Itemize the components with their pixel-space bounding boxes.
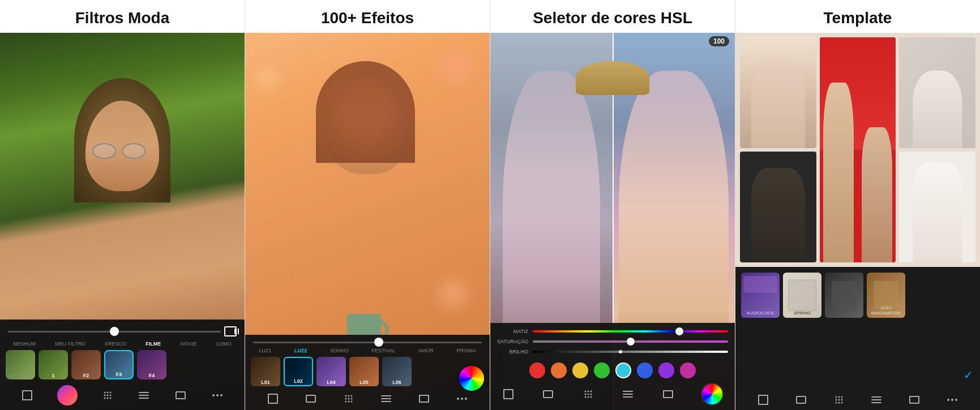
panel-title-hsl: Seletor de cores HSL: [490, 0, 735, 33]
hsl-frame-icon[interactable]: [661, 387, 675, 401]
tpl-more-icon[interactable]: [945, 393, 959, 407]
template-card-1[interactable]: [740, 37, 816, 148]
filter-label-meufiltro[interactable]: MEU FILTRO: [55, 341, 85, 347]
efeitos-grid-icon[interactable]: [342, 392, 356, 405]
hsl-adjust-icon[interactable]: [621, 387, 635, 401]
color-dot-blue[interactable]: [637, 362, 653, 378]
filter-thumbs-row: NENHUM 1 F2 F3 F4: [0, 348, 245, 382]
hsl-sat-track[interactable]: [533, 340, 728, 343]
effect-label-prisma[interactable]: PRISMA: [456, 348, 476, 353]
tpl-grid-icon[interactable]: [832, 393, 846, 407]
efeitos-screen: LUZ1 LUZ2 SONHO FESTIVAL AMOR PRISMA L01…: [245, 33, 490, 410]
svg-point-8: [109, 398, 111, 399]
hsl-crop-icon[interactable]: [502, 387, 515, 401]
svg-point-28: [838, 396, 840, 398]
efeitos-adjust-icon[interactable]: [379, 392, 393, 405]
filtros-slider-track[interactable]: [8, 331, 221, 333]
efeitos-slider-track[interactable]: [253, 342, 482, 343]
template-card-center[interactable]: [820, 37, 896, 262]
color-dot-magenta[interactable]: [680, 362, 696, 378]
color-dot-green[interactable]: [594, 362, 610, 378]
template-card-5[interactable]: [899, 152, 975, 262]
svg-point-27: [835, 396, 837, 398]
effect-thumb-l01[interactable]: L01: [251, 357, 280, 386]
efeitos-frame-icon[interactable]: [417, 392, 431, 405]
efeitos-crop-icon[interactable]: [266, 392, 280, 405]
more-icon[interactable]: [211, 389, 224, 402]
svg-point-11: [350, 395, 352, 397]
color-dot-orange[interactable]: [551, 362, 567, 378]
svg-point-17: [350, 401, 352, 403]
crop-icon[interactable]: [20, 389, 34, 402]
filter-thumb-f4[interactable]: F4: [137, 350, 166, 379]
effect-thumb-l04[interactable]: L04: [316, 357, 346, 386]
compare-icon[interactable]: [224, 326, 237, 336]
hsl-color-wheel[interactable]: [701, 383, 724, 405]
filter-thumb-f3[interactable]: F3: [104, 350, 134, 379]
efeitos-image-icon[interactable]: [304, 392, 318, 405]
svg-point-1: [106, 392, 108, 394]
template-card-dark[interactable]: [740, 152, 816, 262]
template-thumbs-row: AUDIOCOCK SPRING JUST IMAGINATION: [735, 267, 980, 391]
grid-icon[interactable]: [101, 389, 114, 402]
hsl-brilho-thumb[interactable]: [619, 350, 622, 353]
app-logo-icon[interactable]: [57, 385, 78, 405]
template-thumb-4[interactable]: JUST IMAGINATION: [867, 273, 905, 318]
effect-label-festival[interactable]: FESTIVAL: [371, 348, 395, 353]
hsl-sat-thumb[interactable]: [627, 338, 635, 346]
efeitos-more-icon[interactable]: [455, 392, 469, 405]
hsl-brilho-row: BRILHO: [497, 349, 728, 355]
checkmark-button[interactable]: ✓: [964, 368, 973, 382]
filter-label-filme[interactable]: FILME: [145, 341, 161, 347]
effect-thumbs-row: L01 L02 L04 L05 L06: [245, 355, 490, 389]
svg-point-10: [348, 395, 349, 397]
filter-label-movie[interactable]: MOVIE: [181, 341, 197, 347]
filter-label-fresco[interactable]: FRESCO: [105, 341, 126, 347]
effect-label-luz1[interactable]: LUZ1: [259, 348, 271, 353]
template-card-3[interactable]: [899, 37, 975, 148]
effect-thumb-l06[interactable]: L06: [382, 357, 412, 386]
effect-thumb-l05[interactable]: L05: [349, 357, 379, 386]
hsl-image-icon[interactable]: [541, 387, 555, 401]
color-dot-red[interactable]: [529, 362, 545, 378]
svg-point-25: [587, 396, 589, 398]
frame-icon[interactable]: [174, 389, 187, 402]
effect-thumb-l02[interactable]: L02: [284, 357, 313, 386]
svg-point-5: [109, 395, 111, 396]
filtros-slider-thumb[interactable]: [110, 327, 119, 336]
effect-label-l06: L06: [382, 379, 412, 385]
main-container: Filtros Moda: [0, 0, 980, 410]
template-thumb-1[interactable]: AUDIOCOCK: [741, 273, 780, 318]
filter-thumb-f3-label: F3: [105, 372, 132, 377]
template-thumb-2[interactable]: SPRING: [783, 273, 821, 318]
tpl-image-icon[interactable]: [794, 393, 808, 407]
filter-label-nenhum[interactable]: NENHUM: [13, 341, 36, 347]
effect-labels-row: LUZ1 LUZ2 SONHO FESTIVAL AMOR PRISMA: [245, 346, 490, 355]
filter-thumb-1[interactable]: 1: [38, 350, 68, 379]
color-palette-icon[interactable]: [459, 366, 484, 391]
hsl-color-dots: [497, 359, 728, 381]
svg-point-15: [345, 401, 346, 403]
effect-label-sonho[interactable]: SONHO: [330, 348, 349, 353]
color-dot-purple[interactable]: [658, 362, 674, 378]
svg-point-19: [587, 391, 589, 392]
template-thumb-3[interactable]: [825, 273, 863, 318]
hsl-matiz-row: MATIZ: [497, 329, 728, 334]
svg-point-33: [835, 402, 837, 404]
color-dot-cyan[interactable]: [615, 362, 631, 378]
hsl-matiz-track[interactable]: [533, 330, 728, 333]
hsl-brilho-track[interactable]: [533, 351, 728, 353]
effect-label-amor[interactable]: AMOR: [418, 348, 434, 353]
color-dot-yellow[interactable]: [572, 362, 588, 378]
filter-thumb-f2[interactable]: F2: [71, 350, 101, 379]
hsl-grid-icon[interactable]: [581, 387, 595, 401]
filter-label-lomo[interactable]: LOMO: [216, 341, 232, 347]
tpl-adjust-icon[interactable]: [870, 393, 883, 407]
tpl-frame-icon[interactable]: [908, 393, 921, 407]
filter-thumb-nenhum[interactable]: NENHUM: [6, 350, 35, 379]
efeitos-bottom-bar: LUZ1 LUZ2 SONHO FESTIVAL AMOR PRISMA L01…: [245, 335, 490, 410]
tpl-crop-icon[interactable]: [756, 393, 770, 407]
adjust-icon[interactable]: [137, 389, 151, 402]
hsl-matiz-thumb[interactable]: [675, 327, 683, 335]
effect-label-luz2[interactable]: LUZ2: [294, 348, 307, 353]
